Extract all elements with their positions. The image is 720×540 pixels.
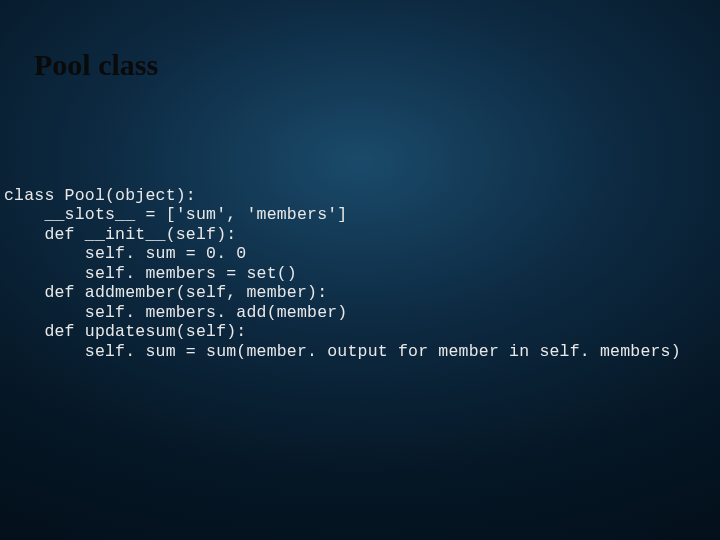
slide: Pool class class Pool(object): __slots__…: [0, 0, 720, 540]
code-line: def updatesum(self):: [4, 322, 246, 341]
code-line: self. sum = 0. 0: [4, 244, 246, 263]
code-line: self. members = set(): [4, 264, 297, 283]
code-line: __slots__ = ['sum', 'members']: [4, 205, 347, 224]
code-line: class Pool(object):: [4, 186, 196, 205]
code-line: def addmember(self, member):: [4, 283, 327, 302]
code-line: self. members. add(member): [4, 303, 347, 322]
code-line: self. sum = sum(member. output for membe…: [4, 342, 681, 361]
slide-title: Pool class: [34, 48, 158, 82]
code-block: class Pool(object): __slots__ = ['sum', …: [4, 186, 681, 361]
code-line: def __init__(self):: [4, 225, 236, 244]
